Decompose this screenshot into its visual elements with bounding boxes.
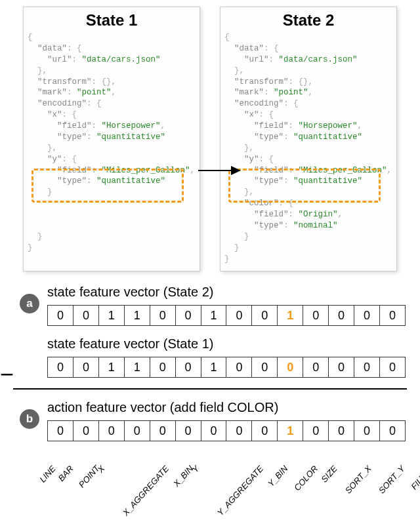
vector-cell: 0 xyxy=(354,357,380,378)
vector-cell: 1 xyxy=(125,357,150,378)
vector-cell: 0 xyxy=(226,357,252,378)
vector-cell: 0 xyxy=(176,357,201,378)
vector-cell: 0 xyxy=(329,420,354,441)
vector-cell: 1 xyxy=(278,305,303,326)
vector-cell: 0 xyxy=(150,420,176,441)
vector-cell: 0 xyxy=(176,420,201,441)
section-a-title-1: state feature vector (State 2) xyxy=(47,285,402,300)
state-1-json: { "data": { "url": "data/cars.json" }, "… xyxy=(28,32,196,254)
minus-icon: − xyxy=(0,361,14,388)
vector-cell: 1 xyxy=(201,305,227,326)
vector-cell: 0 xyxy=(150,305,176,326)
vector-cell: 0 xyxy=(226,305,252,326)
vector-cell: 0 xyxy=(380,305,406,326)
vector-cell: 1 xyxy=(278,420,303,441)
vector-cell: 0 xyxy=(74,357,99,378)
section-divider xyxy=(13,388,407,390)
section-a: a state feature vector (State 2) 0011001… xyxy=(0,285,420,378)
vector-cell: 0 xyxy=(252,357,278,378)
section-a-title-2: state feature vector (State 1) xyxy=(47,336,402,351)
vector-cell: 0 xyxy=(354,420,380,441)
state-2-vector: 00110010010000 xyxy=(47,305,406,326)
vector-cell: 1 xyxy=(201,357,227,378)
state-1-title: State 1 xyxy=(28,11,196,30)
vector-cell: 0 xyxy=(278,357,303,378)
action-vector: 00000000010000 xyxy=(47,420,406,441)
vector-cell: 0 xyxy=(150,357,176,378)
vector-cell: 0 xyxy=(74,420,99,441)
vector-cell: 0 xyxy=(47,357,74,378)
vector-cell: 1 xyxy=(99,357,125,378)
badge-b: b xyxy=(20,409,39,429)
vector-cell: 0 xyxy=(74,305,99,326)
vector-cell: 0 xyxy=(303,305,329,326)
vector-cell: 0 xyxy=(252,420,278,441)
vector-cell: 0 xyxy=(380,357,406,378)
section-b-title: action feature vector (add field COLOR) xyxy=(47,400,402,415)
state-2-panel: State 2 { "data": { "url": "data/cars.js… xyxy=(220,7,397,271)
vector-cell: 0 xyxy=(303,420,329,441)
vector-cell: 0 xyxy=(354,305,380,326)
column-labels: LINEBARPOINTXX_AGGREGATEX_BINYY_AGGREGAT… xyxy=(47,448,406,507)
vector-cell: 0 xyxy=(201,420,227,441)
state-2-title: State 2 xyxy=(224,11,392,30)
transition-arrow xyxy=(198,163,241,178)
vector-cell: 0 xyxy=(303,357,329,378)
vector-cell: 0 xyxy=(380,420,406,441)
vector-cell: 0 xyxy=(125,420,150,441)
states-row: State 1 { "data": { "url": "data/cars.js… xyxy=(0,0,420,271)
badge-a: a xyxy=(20,294,39,313)
vector-cell: 0 xyxy=(47,305,74,326)
vector-cell: 0 xyxy=(176,305,201,326)
vector-cell: 0 xyxy=(252,305,278,326)
vector-cell: 0 xyxy=(47,420,74,441)
vector-cell: 0 xyxy=(99,420,125,441)
vector-cell: 0 xyxy=(329,357,354,378)
vector-cell: 1 xyxy=(125,305,150,326)
state-1-panel: State 1 { "data": { "url": "data/cars.js… xyxy=(23,7,200,271)
state-1-vector: 00110010000000 xyxy=(47,357,406,378)
vector-cell: 1 xyxy=(99,305,125,326)
section-b: b action feature vector (add field COLOR… xyxy=(0,400,420,507)
svg-marker-1 xyxy=(231,166,241,175)
state-2-json: { "data": { "url": "data/cars.json" }, "… xyxy=(224,32,392,264)
vector-cell: 0 xyxy=(226,420,252,441)
vector-cell: 0 xyxy=(329,305,354,326)
